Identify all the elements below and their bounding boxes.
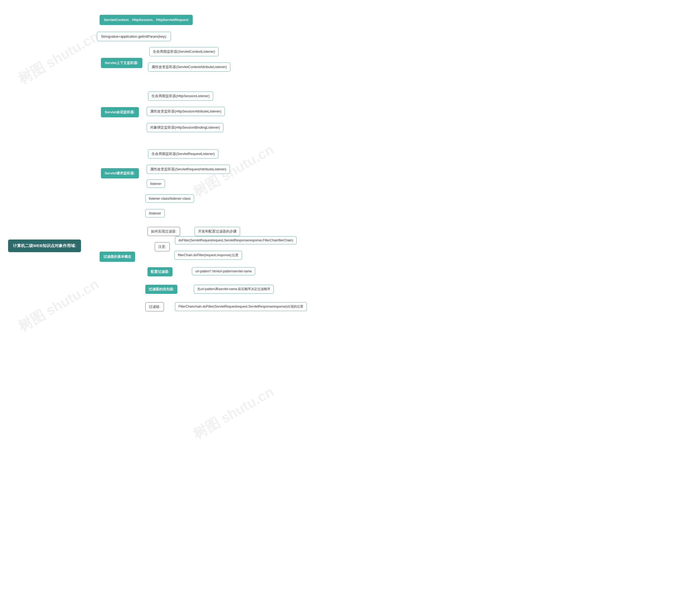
node-filter-note: 注意:: [155, 242, 170, 251]
node-label: 属性改变监听器(ServletContextAttributeListener): [152, 65, 227, 69]
node-lifecycle-listener-session: 生命周期监听器(HttpSessionListener): [148, 91, 213, 101]
node-label: 注意:: [158, 245, 166, 249]
node-label: 生命周期监听器(ServletRequestListener): [152, 152, 215, 156]
node-label: ServletContext、HttpSession、HttpServletRe…: [104, 18, 188, 22]
node-label: Servlet请求监听器:: [105, 171, 135, 175]
node-label: 过滤器的优先级:: [149, 287, 174, 291]
node-listener-class: listener-class/listener-class: [145, 194, 194, 203]
watermark-3: 树图 shutu.cn: [15, 275, 102, 336]
node-attr-listener-session: 属性改变监听器(HttpSessionAttributeListener): [147, 107, 225, 116]
node-binding-listener-session: 对象绑定监听器(HttpSessionBindingListener): [147, 123, 223, 132]
node-label: 生命周期监听器(HttpSessionListener): [152, 94, 210, 98]
node-label: 生命周期监听器(ServletContextListener): [153, 49, 215, 53]
node-servlet-session-listener: Servlet会话监听器:: [101, 107, 139, 117]
root-label: 计算机二级WEB知识点对象作用域:: [13, 243, 76, 248]
node-label: Servlet上下文监听器:: [105, 61, 139, 65]
node-filter-chain-filter: filterChain.doFilter(request,response);位…: [174, 251, 242, 260]
node-label: listener: [150, 182, 161, 186]
node-filter-config: 配置过滤器:: [148, 267, 173, 277]
node-string-value: Stringvalue=application.getInitParam(key…: [97, 32, 171, 41]
node-filter-steps: 开发和配置过滤器的步骤: [195, 227, 240, 236]
node-lifecycle-listener-context: 生命周期监听器(ServletContextListener): [149, 47, 219, 56]
watermark-4: 树图 shutu.cn: [190, 382, 277, 444]
node-attr-listener-request: 属性改变监听器(ServletRequestAttributeListener): [147, 165, 230, 174]
node-filter-chain-value: FilterChainchain.doFilter(ServletRequest…: [175, 302, 307, 311]
node-label: 过滤器的基本概念: [103, 255, 131, 259]
root-node: 计算机二级WEB知识点对象作用域:: [8, 240, 81, 252]
mind-map-container: 树图 shutu.cn 树图 shutu.cn 树图 shutu.cn 树图 s…: [0, 0, 689, 22]
node-label: Stringvalue=application.getInitParam(key…: [101, 35, 167, 39]
node-lifecycle-listener-request: 生命周期监听器(ServletRequestListener): [148, 149, 218, 158]
node-label: doFilter(ServletRequestrequest,ServletRe…: [178, 238, 293, 242]
node-filter-basic: 过滤器的基本概念: [99, 251, 135, 262]
node-label: 过滤链:: [149, 305, 160, 309]
node-filter-chain: 过滤链:: [145, 302, 164, 311]
node-label: 属性改变监听器(HttpSessionAttributeListener): [150, 109, 221, 113]
node-filter-priority-value: 先url-pattern再servlet-name,前后顺序决定过滤顺序: [194, 285, 274, 293]
node-filter-url-pattern: url-pattern*.htmlurl-patternservlet-name: [192, 267, 255, 275]
node-how-filter: 如何实现过滤器:: [148, 227, 180, 236]
node-servlet-request-listener: Servlet请求监听器:: [101, 168, 139, 178]
node-label: 配置过滤器:: [151, 270, 169, 274]
node-label: Servlet会话监听器:: [105, 110, 135, 114]
node-label: /listener: [149, 211, 161, 215]
node-label: filterChain.doFilter(request,response);位…: [178, 253, 239, 257]
node-label: 属性改变监听器(ServletRequestAttributeListener): [150, 167, 226, 171]
watermark-1: 树图 shutu.cn: [15, 27, 102, 89]
node-filter-priority: 过滤器的优先级:: [145, 285, 177, 294]
node-label: url-pattern*.htmlurl-patternservlet-name: [195, 269, 252, 273]
node-label: 先url-pattern再servlet-name,前后顺序决定过滤顺序: [197, 287, 270, 291]
node-label: 开发和配置过滤器的步骤: [198, 229, 237, 233]
node-label: listener-class/listener-class: [149, 196, 191, 200]
node-listener: listener: [147, 179, 165, 188]
node-attr-listener-context: 属性改变监听器(ServletContextAttributeListener): [148, 62, 230, 71]
node-label: 如何实现过滤器:: [151, 229, 177, 233]
node-listener-close: /listener: [145, 209, 165, 217]
node-label: 对象绑定监听器(HttpSessionBindingListener): [150, 126, 220, 129]
node-label: FilterChainchain.doFilter(ServletRequest…: [178, 305, 303, 308]
node-servlet-context-listener: Servlet上下文监听器:: [101, 58, 142, 68]
node-filter-do-filter: doFilter(ServletRequestrequest,ServletRe…: [175, 236, 296, 244]
node-servlet-context-types: ServletContext、HttpSession、HttpServletRe…: [99, 15, 193, 25]
